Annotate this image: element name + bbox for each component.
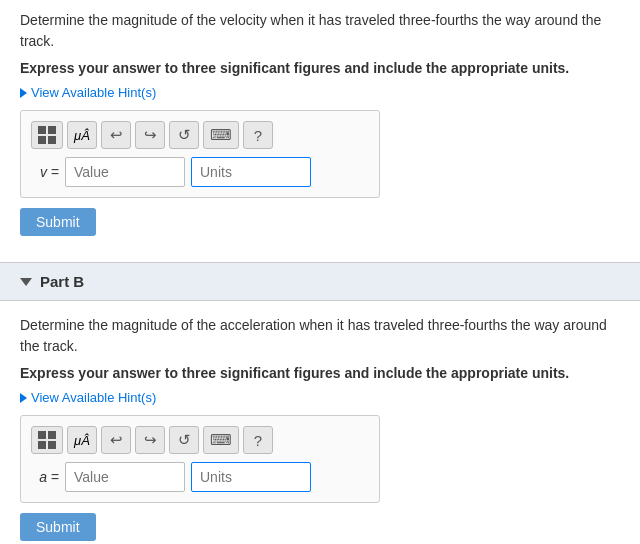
keyboard-button-b[interactable]: ⌨ (203, 426, 239, 454)
help-icon-b: ? (254, 432, 262, 449)
undo-icon-b: ↩ (110, 431, 123, 449)
part-b-question: Determine the magnitude of the accelerat… (20, 315, 620, 357)
grid-button-a[interactable] (31, 121, 63, 149)
redo-icon: ↪ (144, 126, 157, 144)
part-a-hint-link[interactable]: View Available Hint(s) (20, 85, 620, 100)
part-b-header: Part B (0, 262, 640, 301)
undo-button-a[interactable]: ↩ (101, 121, 131, 149)
part-b-collapse-arrow[interactable] (20, 278, 32, 286)
part-a-section: Determine the magnitude of the velocity … (20, 10, 620, 252)
part-a-answer-box: μÂ ↩ ↪ ↺ ⌨ ? v = (20, 110, 380, 198)
part-b-hint-link[interactable]: View Available Hint(s) (20, 390, 620, 405)
redo-icon-b: ↪ (144, 431, 157, 449)
mu-button-a[interactable]: μÂ (67, 121, 97, 149)
undo-button-b[interactable]: ↩ (101, 426, 131, 454)
reset-button-a[interactable]: ↺ (169, 121, 199, 149)
reset-button-b[interactable]: ↺ (169, 426, 199, 454)
part-b-submit-button[interactable]: Submit (20, 513, 96, 541)
keyboard-button-a[interactable]: ⌨ (203, 121, 239, 149)
reset-icon: ↺ (178, 126, 191, 144)
keyboard-icon-b: ⌨ (210, 431, 232, 449)
part-b-title: Part B (40, 273, 84, 290)
help-button-a[interactable]: ? (243, 121, 273, 149)
help-icon: ? (254, 127, 262, 144)
part-a-submit-button[interactable]: Submit (20, 208, 96, 236)
reset-icon-b: ↺ (178, 431, 191, 449)
redo-button-b[interactable]: ↪ (135, 426, 165, 454)
mu-button-b[interactable]: μÂ (67, 426, 97, 454)
part-b-label: a = (31, 469, 59, 485)
mu-icon: μÂ (74, 128, 90, 143)
part-b-emphasis: Express your answer to three significant… (20, 363, 620, 384)
part-b-input-row: a = (31, 462, 369, 492)
grid-icon (38, 126, 56, 144)
part-a-units-input[interactable] (191, 157, 311, 187)
hint-arrow-icon (20, 88, 27, 98)
part-a-input-row: v = (31, 157, 369, 187)
grid-icon-b (38, 431, 56, 449)
part-a-question: Determine the magnitude of the velocity … (20, 10, 620, 52)
part-b-toolbar: μÂ ↩ ↪ ↺ ⌨ ? (31, 426, 369, 454)
redo-button-a[interactable]: ↪ (135, 121, 165, 149)
part-b-units-input[interactable] (191, 462, 311, 492)
help-button-b[interactable]: ? (243, 426, 273, 454)
part-a-emphasis: Express your answer to three significant… (20, 58, 620, 79)
undo-icon: ↩ (110, 126, 123, 144)
part-a-label: v = (31, 164, 59, 180)
part-b-value-input[interactable] (65, 462, 185, 492)
mu-icon-b: μÂ (74, 433, 90, 448)
part-b-section: Determine the magnitude of the accelerat… (20, 315, 620, 544)
part-a-toolbar: μÂ ↩ ↪ ↺ ⌨ ? (31, 121, 369, 149)
grid-button-b[interactable] (31, 426, 63, 454)
part-a-value-input[interactable] (65, 157, 185, 187)
keyboard-icon: ⌨ (210, 126, 232, 144)
part-b-answer-box: μÂ ↩ ↪ ↺ ⌨ ? a = (20, 415, 380, 503)
hint-arrow-b-icon (20, 393, 27, 403)
